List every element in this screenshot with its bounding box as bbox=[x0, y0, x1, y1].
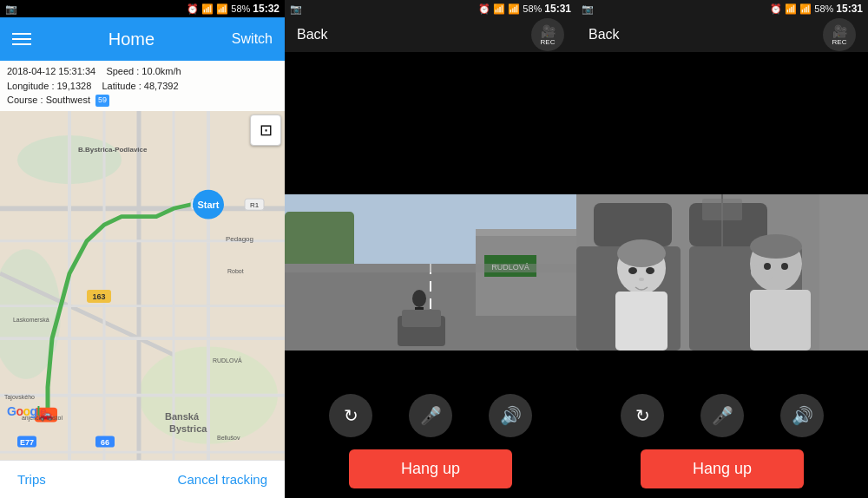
google-logo: Google bbox=[7, 404, 46, 418]
svg-rect-69 bbox=[750, 290, 811, 351]
rec-button-interior[interactable]: 🎥 REC bbox=[823, 18, 856, 51]
battery3: 58% bbox=[814, 3, 833, 14]
back-button-interior[interactable]: Back bbox=[589, 27, 620, 43]
road-scene-svg: RUDLOVÁ bbox=[285, 194, 576, 351]
battery-text: 58% bbox=[231, 3, 250, 14]
svg-rect-57 bbox=[594, 203, 672, 246]
svg-rect-55 bbox=[285, 264, 576, 272]
layer-icon: ⊡ bbox=[260, 121, 273, 140]
svg-text:Pedagog: Pedagog bbox=[226, 235, 253, 243]
mute-button-front[interactable]: 🎤 bbox=[409, 394, 452, 437]
controls-row-front: ↻ 🎤 🔊 bbox=[285, 385, 576, 446]
status-camera-icon: 📷 bbox=[5, 3, 17, 15]
record-icon-interior: 🎥 bbox=[832, 24, 847, 38]
status-camera-icon2: 📷 bbox=[290, 3, 302, 15]
svg-text:Banská: Banská bbox=[165, 411, 199, 422]
signal-icon: 📶 bbox=[216, 3, 228, 15]
svg-text:163: 163 bbox=[92, 292, 105, 301]
alarm-icon3: ⏰ bbox=[770, 3, 782, 15]
rotate-button-front[interactable]: ↻ bbox=[329, 394, 372, 437]
status-bar-video2: 📷 ⏰ 📶 📶 58% 15:31 bbox=[576, 0, 868, 17]
controls-row-interior: ↻ 🎤 🔊 bbox=[576, 385, 868, 446]
svg-text:66: 66 bbox=[101, 437, 109, 446]
svg-point-68 bbox=[750, 234, 802, 259]
svg-rect-46 bbox=[476, 229, 576, 236]
svg-text:R1: R1 bbox=[250, 201, 259, 209]
video-bottom-black-front bbox=[285, 351, 576, 385]
speaker-button-interior[interactable]: 🔊 bbox=[780, 394, 824, 437]
speaker-icon-front: 🔊 bbox=[500, 405, 522, 426]
svg-point-72 bbox=[781, 263, 788, 270]
hangup-row-interior: Hang up bbox=[576, 446, 868, 498]
record-icon-front: 🎥 bbox=[541, 24, 556, 38]
longitude-text: Longitude : 19,1328 bbox=[7, 81, 91, 91]
trips-button[interactable]: Trips bbox=[17, 472, 46, 487]
svg-text:RUDLOVÁ: RUDLOVÁ bbox=[213, 357, 242, 364]
status-icons: ⏰ 📶 📶 58% 15:32 bbox=[187, 3, 279, 15]
speed-text: Speed : 10.0km/h bbox=[106, 66, 181, 76]
svg-text:Start: Start bbox=[197, 200, 220, 210]
menu-button[interactable] bbox=[12, 33, 31, 45]
video-panel-interior: 📷 ⏰ 📶 📶 58% 15:31 Back 🎥 REC bbox=[576, 0, 868, 498]
svg-rect-63 bbox=[615, 292, 667, 351]
signal-icon3: 📶 bbox=[799, 3, 812, 15]
svg-text:Tajovského: Tajovského bbox=[4, 394, 35, 401]
svg-point-65 bbox=[646, 267, 654, 274]
svg-point-70 bbox=[751, 264, 775, 281]
mute-icon-front: 🎤 bbox=[420, 405, 442, 426]
svg-point-62 bbox=[617, 239, 666, 267]
info-bar: 2018-04-12 15:31:34 Speed : 10.0km/h Lon… bbox=[0, 61, 285, 111]
interior-scene bbox=[576, 194, 868, 351]
switch-button[interactable]: Switch bbox=[232, 31, 273, 47]
wifi-icon2: 📶 bbox=[493, 3, 505, 15]
datetime-text: 2018-04-12 15:31:34 bbox=[7, 66, 95, 76]
status-bar-video1: 📷 ⏰ 📶 📶 58% 15:31 bbox=[285, 0, 576, 17]
svg-text:Bystrica: Bystrica bbox=[169, 423, 207, 434]
interior-scene-svg bbox=[576, 194, 868, 351]
status-icons2: ⏰ 📶 📶 58% 15:31 bbox=[478, 3, 571, 15]
footer-bar: Trips Cancel tracking bbox=[0, 460, 285, 498]
info-line3: Course : Southwest 59 bbox=[7, 93, 278, 108]
svg-text:Bellušov: Bellušov bbox=[217, 435, 240, 441]
back-button-front[interactable]: Back bbox=[297, 27, 328, 43]
wifi-icon: 📶 bbox=[201, 3, 214, 15]
video-top-black-front bbox=[285, 52, 576, 194]
map-layer-button[interactable]: ⊡ bbox=[250, 115, 281, 146]
rotate-icon-front: ↻ bbox=[344, 405, 358, 426]
time-display: 15:32 bbox=[253, 3, 279, 15]
rotate-icon-interior: ↻ bbox=[635, 405, 650, 426]
hangup-button-interior[interactable]: Hang up bbox=[641, 449, 804, 488]
rec-button-front[interactable]: 🎥 REC bbox=[531, 18, 564, 51]
wifi-icon3: 📶 bbox=[785, 3, 797, 15]
rotate-button-interior[interactable]: ↻ bbox=[621, 394, 664, 437]
mute-icon-interior: 🎤 bbox=[712, 405, 733, 426]
header-bar: Home Switch bbox=[0, 17, 285, 61]
hangup-button-front[interactable]: Hang up bbox=[349, 449, 512, 488]
video-feed-front: RUDLOVÁ bbox=[285, 194, 576, 351]
svg-rect-54 bbox=[402, 310, 441, 327]
svg-point-71 bbox=[764, 263, 771, 270]
alarm-icon2: ⏰ bbox=[478, 3, 490, 15]
svg-text:E77: E77 bbox=[20, 437, 34, 446]
course-text: Course : Southwest bbox=[7, 95, 90, 105]
speaker-icon-interior: 🔊 bbox=[792, 405, 813, 426]
speaker-button-front[interactable]: 🔊 bbox=[489, 394, 532, 437]
svg-point-49 bbox=[412, 290, 426, 307]
svg-rect-74 bbox=[702, 199, 742, 220]
svg-point-64 bbox=[628, 267, 637, 274]
road-scene: RUDLOVÁ bbox=[285, 194, 576, 351]
cancel-tracking-button[interactable]: Cancel tracking bbox=[178, 472, 267, 487]
svg-text:Robot: Robot bbox=[227, 268, 244, 274]
svg-text:B.Bystrica-Podlavice: B.Bystrica-Podlavice bbox=[78, 146, 148, 154]
svg-point-66 bbox=[639, 278, 644, 281]
video-feed-interior bbox=[576, 194, 868, 351]
video-header-interior: Back 🎥 REC bbox=[576, 17, 868, 52]
latitude-text: Latitude : 48,7392 bbox=[102, 81, 179, 91]
video-top-black-interior bbox=[576, 52, 868, 194]
map-area[interactable]: 163 E77 66 2432 R1 Start 🚗 B.Bystrica-Po… bbox=[0, 111, 285, 461]
svg-rect-75 bbox=[819, 194, 868, 351]
time2: 15:31 bbox=[544, 3, 571, 15]
video-panel-front: 📷 ⏰ 📶 📶 58% 15:31 Back 🎥 REC bbox=[285, 0, 576, 498]
status-icons3: ⏰ 📶 📶 58% 15:31 bbox=[770, 3, 863, 15]
mute-button-interior[interactable]: 🎤 bbox=[700, 394, 744, 437]
